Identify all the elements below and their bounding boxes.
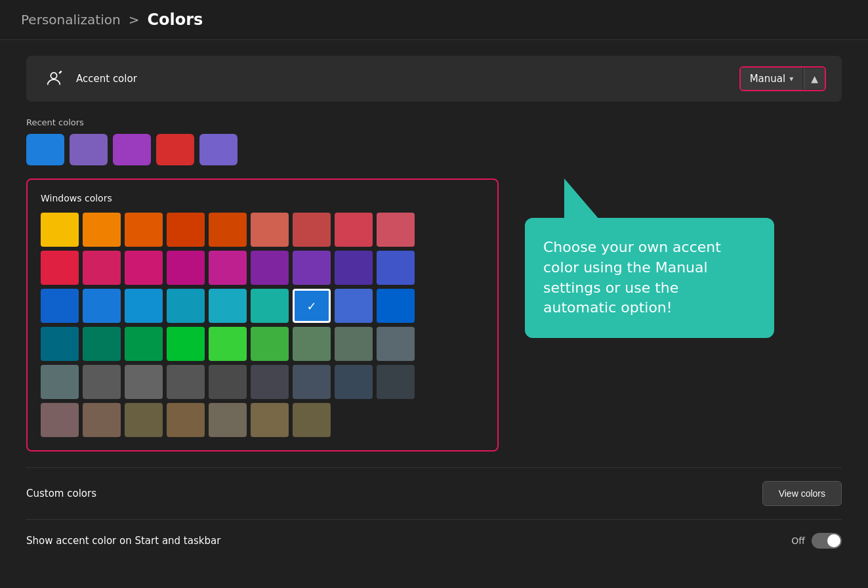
taskbar-toggle[interactable] xyxy=(812,533,842,549)
dropdown-value: Manual xyxy=(750,73,786,85)
color-cell[interactable] xyxy=(335,213,373,247)
color-cell[interactable] xyxy=(83,213,121,247)
color-cell[interactable] xyxy=(125,327,163,361)
color-cell[interactable] xyxy=(293,251,331,285)
color-cell[interactable] xyxy=(335,251,373,285)
color-cell[interactable] xyxy=(167,289,205,323)
color-cell[interactable] xyxy=(41,327,79,361)
color-cell[interactable] xyxy=(377,289,415,323)
windows-colors-title: Windows colors xyxy=(41,193,484,203)
color-cell[interactable] xyxy=(41,251,79,285)
color-cell[interactable] xyxy=(293,403,331,437)
color-cell[interactable] xyxy=(377,327,415,361)
color-cell[interactable] xyxy=(209,289,247,323)
color-cell[interactable] xyxy=(209,251,247,285)
manual-dropdown-wrapper[interactable]: Manual ▾ ▲ xyxy=(739,66,826,91)
color-cell[interactable] xyxy=(125,251,163,285)
recent-colors-list xyxy=(26,134,842,165)
color-cell[interactable] xyxy=(293,327,331,361)
personalization-icon xyxy=(42,67,66,91)
color-cell[interactable] xyxy=(167,251,205,285)
svg-point-0 xyxy=(51,73,56,79)
color-cell[interactable] xyxy=(209,365,247,399)
recent-swatch-4[interactable] xyxy=(199,134,238,165)
breadcrumb-separator: > xyxy=(129,12,140,28)
toggle-area: Off xyxy=(791,533,842,549)
color-cell[interactable] xyxy=(209,327,247,361)
color-cell[interactable] xyxy=(125,213,163,247)
color-cell[interactable] xyxy=(83,251,121,285)
tooltip-text: Choose your own accent color using the M… xyxy=(543,239,721,316)
chevron-down-icon: ▾ xyxy=(789,74,793,83)
color-grid: ✓ xyxy=(41,213,484,437)
taskbar-row: Show accent color on Start and taskbar O… xyxy=(26,519,842,562)
color-cell[interactable] xyxy=(83,365,121,399)
tooltip-box: Choose your own accent color using the M… xyxy=(525,218,774,338)
color-cell[interactable] xyxy=(41,289,79,323)
color-cell[interactable] xyxy=(209,213,247,247)
accent-color-row: Accent color Manual ▾ ▲ xyxy=(26,56,842,102)
color-cell[interactable] xyxy=(377,365,415,399)
color-cell[interactable] xyxy=(83,289,121,323)
color-cell[interactable] xyxy=(41,403,79,437)
view-colors-button[interactable]: View colors xyxy=(762,481,842,506)
color-cell[interactable] xyxy=(293,365,331,399)
color-cell[interactable] xyxy=(167,327,205,361)
colors-and-tooltip: Windows colors ✓ Choose your own accent … xyxy=(26,178,842,467)
header: Personalization > Colors xyxy=(0,0,868,40)
color-cell[interactable] xyxy=(251,365,289,399)
custom-colors-label: Custom colors xyxy=(26,488,96,499)
breadcrumb-parent[interactable]: Personalization xyxy=(21,12,121,28)
color-cell[interactable] xyxy=(125,289,163,323)
color-cell[interactable] xyxy=(167,365,205,399)
taskbar-label: Show accent color on Start and taskbar xyxy=(26,535,220,547)
color-cell[interactable] xyxy=(209,403,247,437)
color-cell[interactable] xyxy=(167,213,205,247)
color-cell[interactable] xyxy=(251,403,289,437)
color-cell[interactable] xyxy=(41,365,79,399)
recent-colors-title: Recent colors xyxy=(26,117,842,127)
main-content: Accent color Manual ▾ ▲ Recent colors Wi… xyxy=(0,40,868,578)
color-cell[interactable] xyxy=(251,213,289,247)
manual-dropdown[interactable]: Manual ▾ xyxy=(741,68,803,90)
color-cell[interactable] xyxy=(251,251,289,285)
color-cell[interactable] xyxy=(251,289,289,323)
color-cell[interactable] xyxy=(167,403,205,437)
recent-swatch-0[interactable] xyxy=(26,134,64,165)
breadcrumb-current: Colors xyxy=(147,10,203,29)
color-cell[interactable] xyxy=(125,365,163,399)
color-cell[interactable] xyxy=(377,213,415,247)
custom-colors-row: Custom colors View colors xyxy=(26,467,842,519)
accent-color-label: Accent color xyxy=(76,73,137,85)
windows-colors-box: Windows colors ✓ xyxy=(26,178,499,452)
color-cell[interactable] xyxy=(335,327,373,361)
color-cell[interactable]: ✓ xyxy=(293,289,331,323)
color-cell[interactable] xyxy=(377,251,415,285)
color-cell[interactable] xyxy=(83,327,121,361)
recent-swatch-3[interactable] xyxy=(156,134,194,165)
color-cell[interactable] xyxy=(251,327,289,361)
dropdown-collapse-button[interactable]: ▲ xyxy=(804,68,825,89)
color-cell[interactable] xyxy=(41,213,79,247)
color-cell[interactable] xyxy=(335,365,373,399)
recent-swatch-1[interactable] xyxy=(70,134,108,165)
color-cell[interactable] xyxy=(293,213,331,247)
recent-swatch-2[interactable] xyxy=(113,134,151,165)
toggle-off-label: Off xyxy=(791,536,805,546)
toggle-thumb xyxy=(827,534,840,547)
color-cell[interactable] xyxy=(335,289,373,323)
color-cell[interactable] xyxy=(83,403,121,437)
recent-colors-section: Recent colors xyxy=(26,117,842,165)
accent-color-left: Accent color xyxy=(42,67,137,91)
color-cell[interactable] xyxy=(125,403,163,437)
chevron-up-icon: ▲ xyxy=(811,74,818,84)
